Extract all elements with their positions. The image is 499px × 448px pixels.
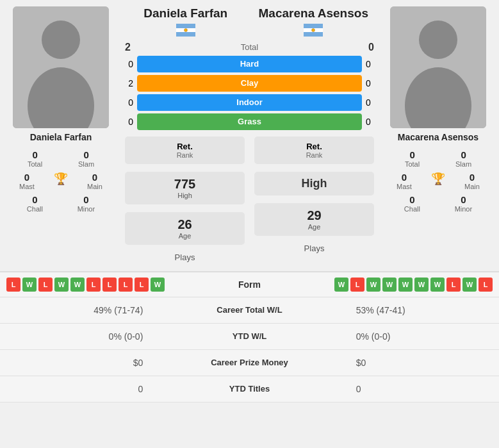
svg-rect-7 [304, 24, 323, 28]
badge-l: L [102, 278, 117, 292]
stats-row-1: 0% (0-0) YTD W/L 0% (0-0) [0, 323, 499, 349]
right-center-stats: Ret. Rank High 29 Age Plays [251, 134, 377, 265]
svg-point-1 [42, 21, 80, 59]
surface-bars-container: 0 Hard 0 2 Clay 0 0 [119, 56, 380, 130]
badge-w: W [366, 278, 380, 292]
form-section-wrapper: LWLWWLLLLW Form WLWWWWWLWL 49% (71-74) C… [0, 271, 499, 402]
stat-left-3: 0 [0, 376, 156, 402]
left-player-name: Daniela Farfan [30, 132, 92, 142]
left-player-photo [13, 6, 109, 128]
badge-w: W [70, 278, 85, 292]
badge-l: L [119, 278, 133, 292]
stat-left-0: 49% (71-74) [0, 297, 156, 324]
badge-w: W [22, 278, 37, 292]
right-flag [304, 24, 323, 37]
left-slam-stat: 0 Slam [78, 149, 94, 168]
clay-row: 2 Clay 0 [122, 75, 377, 92]
left-center-name: Daniela Farfan [122, 6, 250, 21]
right-player-name: Macarena Asensos [398, 132, 479, 142]
badge-w: W [398, 278, 413, 292]
stats-row-3: 0 YTD Titles 0 [0, 376, 499, 402]
left-main-stat: 0 Main [87, 172, 102, 190]
right-ret-rank: Ret. Rank [254, 137, 374, 164]
grass-left: 0 [122, 117, 133, 127]
right-trophy-icon: 🏆 [431, 172, 445, 190]
grass-bar: Grass [137, 113, 362, 130]
stat-right-2: $0 [343, 349, 499, 376]
badge-w: W [151, 278, 165, 292]
left-trophy-icon: 🏆 [54, 172, 68, 190]
badge-w: W [414, 278, 429, 292]
left-mast-stat: 0 Mast [19, 172, 35, 190]
stat-left-2: $0 [0, 349, 156, 376]
left-ret-rank: Ret. Rank [125, 137, 245, 164]
stat-right-3: 0 [343, 376, 499, 402]
grass-row: 0 Grass 0 [122, 113, 377, 130]
stat-left-1: 0% (0-0) [0, 323, 156, 349]
badge-l: L [86, 278, 101, 292]
svg-rect-3 [176, 24, 195, 28]
stats-table: 49% (71-74) Career Total W/L 53% (47-41)… [0, 297, 499, 402]
badge-l: L [479, 278, 493, 292]
stat-label-1: YTD W/L [156, 323, 343, 349]
form-row: LWLWWLLLLW Form WLWWWWWLWL [6, 278, 493, 292]
left-flag [176, 24, 195, 37]
hard-right: 0 [366, 59, 377, 69]
svg-rect-5 [176, 32, 195, 37]
indoor-left: 0 [122, 97, 133, 108]
badge-l: L [350, 278, 364, 292]
grass-right: 0 [366, 117, 377, 127]
form-label: Form [232, 279, 267, 290]
hard-row: 0 Hard 0 [122, 56, 377, 72]
hard-left: 0 [122, 59, 133, 69]
total-label: Total [241, 42, 258, 52]
indoor-right: 0 [366, 97, 377, 108]
left-player-bottom-stats: 0 Total 0 Slam 0 Mast 🏆 [6, 146, 115, 213]
left-chall-stat: 0 Chall [27, 194, 43, 213]
badge-l: L [446, 278, 461, 292]
total-row: 2 Total 0 [119, 39, 380, 56]
stat-label-3: YTD Titles [156, 376, 343, 402]
indoor-bar: Indoor [137, 94, 362, 111]
left-high-box: 775 High [125, 172, 245, 204]
left-plays: Plays [122, 250, 248, 265]
right-minor-stat: 0 Minor [455, 194, 473, 213]
hard-bar: Hard [137, 56, 362, 72]
badge-w: W [462, 278, 477, 292]
total-left-val: 2 [125, 42, 131, 53]
badge-l: L [38, 278, 53, 292]
stat-label-0: Career Total W/L [156, 297, 343, 324]
right-form-badges: WLWWWWWLWL [334, 278, 493, 292]
left-center-stats: Ret. Rank 775 High 26 Age Plays [122, 134, 248, 265]
stat-right-1: 0% (0-0) [343, 323, 499, 349]
top-section: Daniela Farfan 0 Total 0 Slam 0 [0, 0, 499, 271]
stat-right-0: 53% (47-41) [343, 297, 499, 324]
right-player-col: Macarena Asensos 0 Total 0 Slam 0 [384, 6, 493, 265]
badge-l: L [6, 278, 20, 292]
right-chall-stat: 0 Chall [404, 194, 420, 213]
indoor-row: 0 Indoor 0 [122, 94, 377, 111]
right-main-stat: 0 Main [464, 172, 480, 190]
badge-w: W [334, 278, 348, 292]
center-lower-stats: Ret. Rank 775 High 26 Age Plays [119, 134, 380, 265]
clay-right: 0 [366, 78, 377, 88]
clay-left: 2 [122, 78, 133, 88]
stats-row-0: 49% (71-74) Career Total W/L 53% (47-41) [0, 297, 499, 324]
right-plays: Plays [251, 241, 377, 256]
left-form-badges: LWLWWLLLLW [6, 278, 165, 292]
clay-bar: Clay [137, 75, 362, 92]
left-age-box: 26 Age [125, 212, 245, 245]
right-slam-stat: 0 Slam [455, 149, 471, 168]
badge-w: W [54, 278, 69, 292]
stat-label-2: Career Prize Money [156, 349, 343, 376]
badge-l: L [135, 278, 149, 292]
left-total-stat: 0 Total [28, 149, 42, 168]
center-col: Daniela Farfan Macarena Asensos [119, 6, 380, 265]
left-minor-stat: 0 Minor [78, 194, 95, 213]
svg-point-12 [419, 21, 457, 59]
left-player-col: Daniela Farfan 0 Total 0 Slam 0 [6, 6, 115, 265]
right-player-bottom-stats: 0 Total 0 Slam 0 Mast 🏆 [384, 146, 493, 213]
badge-w: W [430, 278, 445, 292]
left-player-center-info: Daniela Farfan [122, 6, 250, 39]
total-right-val: 0 [368, 42, 374, 53]
